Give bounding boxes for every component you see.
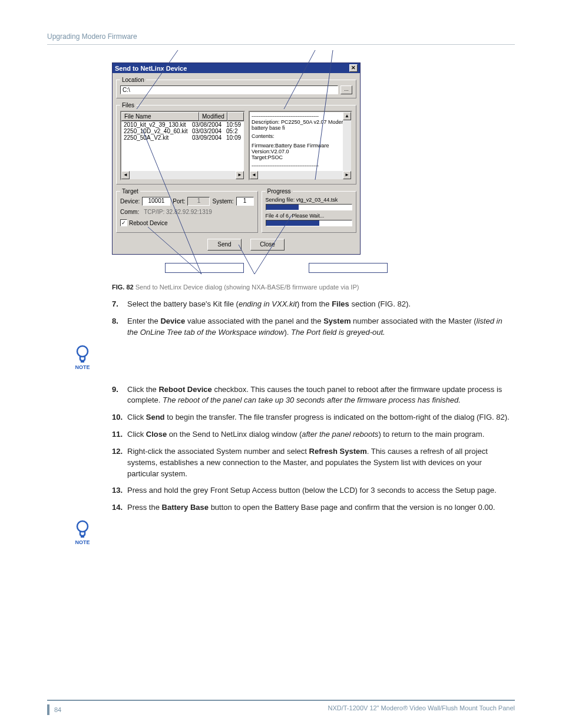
send-button[interactable]: Send: [207, 239, 242, 251]
dialog-title: Send to NetLinx Device: [115, 65, 187, 72]
port-input: 1: [187, 197, 210, 206]
scroll-up-icon[interactable]: ▲: [343, 112, 351, 120]
callout-boxes: [165, 263, 515, 273]
column-filename[interactable]: File Name: [121, 112, 199, 121]
step-14: 14. Press the Battery Base button to ope…: [112, 502, 515, 513]
location-legend: Location: [120, 77, 146, 83]
comm-value: TCP/IP: 32.82.92.92:1319: [141, 208, 214, 216]
reboot-label: Reboot Device: [129, 220, 168, 226]
files-group: Files File Name Modified 2010_kit_v2_39_…: [116, 102, 356, 185]
note-icon: NOTE: [71, 519, 94, 545]
scrollbar-horizontal[interactable]: ◄ ►: [250, 171, 351, 179]
scroll-left-icon[interactable]: ◄: [121, 171, 130, 179]
target-legend: Target: [120, 188, 140, 195]
step-11: 11. Click Close on the Send to NetLinx d…: [112, 429, 515, 440]
scrollbar-vertical[interactable]: ▲: [343, 112, 351, 171]
svg-point-2: [77, 521, 88, 532]
port-label: Port:: [173, 198, 185, 205]
file-row[interactable]: 2250_10D_v2_40_60.kit 03/03/2004 05:2: [121, 128, 244, 134]
step-12: 12. Right-click the associated System nu…: [112, 446, 515, 480]
location-group: Location C:\ ...: [116, 77, 356, 98]
file-row[interactable]: 2010_kit_v2_39_130.kit 03/08/2004 10:59: [121, 121, 244, 128]
step-7: 7. Select the battery base's Kit file (e…: [112, 299, 515, 310]
step-10: 10. Click Send to begin the transfer. Th…: [112, 412, 515, 423]
svg-point-0: [77, 346, 88, 357]
page-footer: 84 NXD/T-1200V 12" Modero® Video Wall/Fl…: [47, 700, 515, 715]
reboot-checkbox[interactable]: ✓: [120, 219, 127, 226]
page-number: 84: [54, 706, 61, 713]
file-row[interactable]: 2250_50A_V2.kit 03/09/2004 10:09: [121, 134, 244, 141]
close-icon[interactable]: ✕: [349, 64, 358, 72]
note-icon: NOTE: [71, 344, 94, 370]
comm-label: Comm:: [120, 209, 139, 215]
progress-sending: Sending file: vtg_v2_03_44.tsk: [266, 197, 352, 203]
progress-bar-total: [266, 220, 352, 226]
column-modified[interactable]: Modified: [199, 112, 227, 121]
close-button[interactable]: Close: [250, 239, 285, 251]
system-label: System:: [212, 198, 233, 205]
step-13: 13. Press and hold the grey Front Setup …: [112, 485, 515, 496]
figure-caption: FIG. 82 Send to NetLinx Device dialog (s…: [112, 284, 515, 291]
scroll-right-icon[interactable]: ►: [236, 171, 244, 179]
scroll-left-icon[interactable]: ◄: [250, 171, 258, 179]
scrollbar-horizontal[interactable]: ◄ ►: [121, 171, 244, 179]
header-section: Upgrading Modero Firmware: [47, 32, 515, 45]
files-legend: Files: [120, 102, 136, 108]
scroll-right-icon[interactable]: ►: [343, 171, 351, 179]
file-list[interactable]: File Name Modified 2010_kit_v2_39_130.ki…: [120, 111, 245, 180]
device-label: Device:: [120, 198, 140, 205]
progress-status: File 4 of 6. Please Wait...: [266, 213, 352, 219]
location-input[interactable]: C:\: [120, 85, 338, 94]
send-to-netlinx-dialog: Send to NetLinx Device ✕ Location C:\ ..…: [112, 62, 361, 255]
progress-legend: Progress: [266, 188, 293, 195]
browse-button[interactable]: ...: [340, 85, 352, 94]
file-description: -------------------------------------- D…: [249, 111, 352, 180]
progress-bar-file: [266, 204, 352, 210]
step-8: 8. Enter the Device value associated wit…: [112, 316, 515, 338]
progress-group: Progress Sending file: vtg_v2_03_44.tsk …: [262, 188, 356, 233]
target-group: Target Device: 10001 Port: 1 System: 1 C…: [116, 188, 258, 233]
doc-title: NXD/T-1200V 12" Modero® Video Wall/Flush…: [328, 704, 515, 715]
dialog-titlebar: Send to NetLinx Device ✕: [113, 63, 360, 73]
system-input[interactable]: 1: [236, 197, 254, 206]
device-input[interactable]: 10001: [142, 197, 170, 206]
step-9: 9. Click the Reboot Device checkbox. Thi…: [112, 384, 515, 407]
column-spacer: [227, 112, 244, 121]
